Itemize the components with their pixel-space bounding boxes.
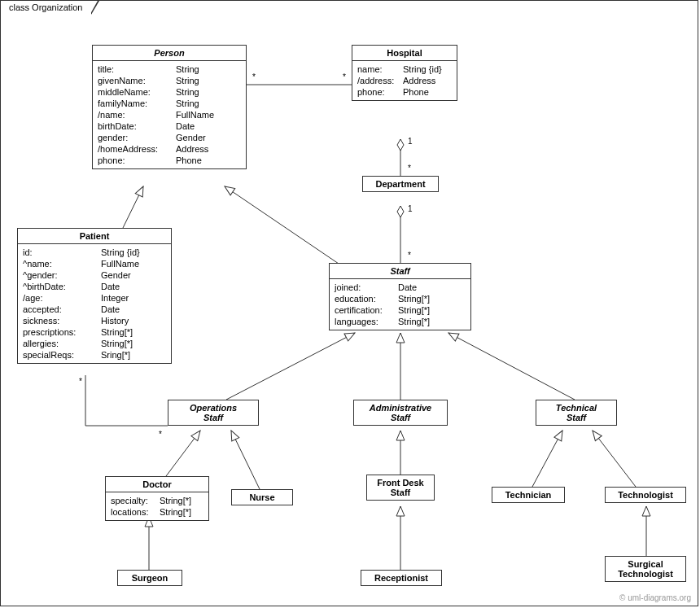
attribute-name: givenName: — [98, 75, 176, 86]
attribute-row: id:String {id} — [23, 247, 166, 258]
class-staff: Staff joined:Dateeducation:String[*]cert… — [329, 263, 471, 330]
class-ops-staff-name: OperationsStaff — [168, 400, 258, 425]
attribute-row: middleName:String — [98, 86, 241, 98]
attribute-type: String — [176, 98, 241, 109]
attribute-type: String — [176, 63, 241, 75]
attribute-type: Address — [403, 75, 452, 86]
class-front-desk: Front DeskStaff — [366, 475, 435, 501]
attribute-type: String — [176, 75, 241, 86]
class-department: Department — [362, 176, 439, 192]
attribute-row: phone:Phone — [98, 155, 241, 166]
attribute-name: ^name: — [23, 258, 101, 269]
attribute-row: specialReqs:Sring[*] — [23, 349, 166, 361]
class-front-desk-name: Front DeskStaff — [367, 475, 434, 500]
class-technician: Technician — [492, 487, 565, 503]
attribute-name: ^birthDate: — [23, 281, 101, 292]
class-patient: Patient id:String {id}^name:FullName^gen… — [17, 228, 172, 364]
frame-title: class Organization — [9, 2, 83, 12]
attribute-row: certification:String[*] — [335, 304, 466, 316]
attribute-name: ^gender: — [23, 269, 101, 281]
class-doctor-name: Doctor — [106, 477, 208, 492]
attribute-row: languages:String[*] — [335, 316, 466, 327]
class-surgical-tech-name: SurgicalTechnologist — [606, 557, 685, 581]
attribute-name: familyName: — [98, 98, 176, 109]
attribute-type: Date — [101, 304, 166, 315]
attribute-row: locations:String[*] — [111, 506, 203, 518]
class-admin-staff: AdministrativeStaff — [353, 400, 448, 426]
attribute-type: History — [101, 315, 166, 326]
attribute-row: gender:Gender — [98, 132, 241, 143]
class-hospital: Hospital name:String {id}/address:Addres… — [352, 45, 457, 101]
attribute-row: name:String {id} — [357, 63, 452, 75]
mult-dept-staff-star: * — [406, 251, 413, 260]
attribute-name: title: — [98, 63, 176, 75]
attribute-row: /age:Integer — [23, 292, 166, 304]
attribute-type: String[*] — [101, 338, 166, 349]
attribute-name: prescriptions: — [23, 326, 101, 338]
class-doctor: Doctor specialty:String[*]locations:Stri… — [105, 476, 209, 521]
attribute-row: prescriptions:String[*] — [23, 326, 166, 338]
attribute-type: Phone — [176, 155, 241, 166]
svg-line-11 — [532, 431, 562, 487]
frame-tab: class Organization — [0, 0, 92, 14]
class-nurse-name: Nurse — [232, 490, 292, 505]
attribute-row: title:String — [98, 63, 241, 75]
attribute-name: birthDate: — [98, 120, 176, 132]
mult-person-hospital-l: * — [251, 72, 257, 81]
attribute-name: education: — [335, 293, 398, 304]
attribute-row: givenName:String — [98, 75, 241, 86]
mult-patient-ops-l: * — [77, 377, 84, 386]
attribute-type: Address — [176, 143, 241, 155]
attribute-name: sickness: — [23, 315, 101, 326]
attribute-row: specialty:String[*] — [111, 495, 203, 506]
class-surgeon-name: Surgeon — [118, 571, 182, 585]
attribute-name: /age: — [23, 292, 101, 304]
attribute-type: String[*] — [160, 495, 203, 506]
class-person-name: Person — [93, 46, 246, 61]
attribute-name: specialty: — [111, 495, 160, 506]
attribute-name: /name: — [98, 109, 176, 120]
attribute-name: joined: — [335, 282, 398, 293]
attribute-row: allergies:String[*] — [23, 338, 166, 349]
mult-patient-ops-r: * — [157, 430, 164, 439]
class-department-name: Department — [363, 177, 438, 191]
attribute-row: /address:Address — [357, 75, 452, 86]
class-technologist: Technologist — [605, 487, 686, 503]
attribute-type: String[*] — [101, 326, 166, 338]
attribute-row: joined:Date — [335, 282, 466, 293]
attribute-type: String[*] — [398, 304, 466, 316]
attribute-row: /homeAddress:Address — [98, 143, 241, 155]
attribute-row: phone:Phone — [357, 86, 452, 98]
attribute-name: middleName: — [98, 86, 176, 98]
class-technologist-name: Technologist — [606, 488, 685, 502]
attribute-row: sickness:History — [23, 315, 166, 326]
class-admin-staff-name: AdministrativeStaff — [354, 400, 447, 425]
attribute-name: phone: — [357, 86, 403, 98]
attribute-type: Phone — [403, 86, 452, 98]
attribute-type: FullName — [176, 109, 241, 120]
svg-line-7 — [448, 333, 575, 400]
class-technician-name: Technician — [492, 488, 564, 502]
class-hospital-name: Hospital — [352, 46, 457, 61]
class-surgeon: Surgeon — [117, 570, 182, 586]
attribute-name: allergies: — [23, 338, 101, 349]
attribute-row: /name:FullName — [98, 109, 241, 120]
class-tech-staff-name: TechnicalStaff — [536, 400, 616, 425]
attribute-name: specialReqs: — [23, 349, 101, 361]
attribute-type: String[*] — [398, 293, 466, 304]
class-patient-name: Patient — [18, 229, 171, 244]
attribute-row: accepted:Date — [23, 304, 166, 315]
attribute-name: /address: — [357, 75, 403, 86]
attribute-row: ^gender:Gender — [23, 269, 166, 281]
attribute-type: Integer — [101, 292, 166, 304]
svg-line-12 — [593, 431, 636, 487]
class-staff-name: Staff — [330, 264, 470, 279]
class-receptionist: Receptionist — [361, 570, 442, 586]
attribute-type: Date — [398, 282, 466, 293]
attribute-type: FullName — [101, 258, 166, 269]
attribute-type: Gender — [101, 269, 166, 281]
attribute-row: ^birthDate:Date — [23, 281, 166, 292]
class-ops-staff: OperationsStaff — [168, 400, 259, 426]
mult-hosp-dept-1: 1 — [406, 137, 414, 146]
attribute-row: birthDate:Date — [98, 120, 241, 132]
